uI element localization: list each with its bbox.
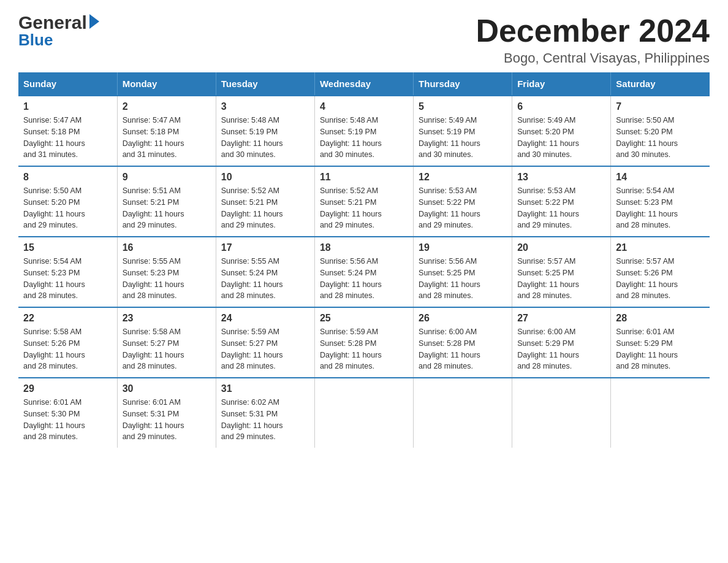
day-number: 16 <box>123 242 211 253</box>
calendar-week-row: 1Sunrise: 5:47 AMSunset: 5:18 PMDaylight… <box>18 96 710 166</box>
day-info: Sunrise: 5:52 AMSunset: 5:21 PMDaylight:… <box>221 185 309 231</box>
day-info: Sunrise: 5:57 AMSunset: 5:25 PMDaylight:… <box>517 256 605 302</box>
calendar-cell: 26Sunrise: 6:00 AMSunset: 5:28 PMDayligh… <box>414 307 512 378</box>
calendar-cell: 8Sunrise: 5:50 AMSunset: 5:20 PMDaylight… <box>18 166 117 237</box>
day-number: 7 <box>616 101 705 112</box>
day-number: 21 <box>616 242 705 253</box>
calendar-cell: 22Sunrise: 5:58 AMSunset: 5:26 PMDayligh… <box>18 307 117 378</box>
calendar-cell: 1Sunrise: 5:47 AMSunset: 5:18 PMDaylight… <box>18 96 117 166</box>
calendar-cell <box>512 378 611 448</box>
calendar-cell: 13Sunrise: 5:53 AMSunset: 5:22 PMDayligh… <box>512 166 611 237</box>
day-number: 26 <box>419 313 507 324</box>
day-number: 24 <box>221 313 309 324</box>
day-info: Sunrise: 6:01 AMSunset: 5:31 PMDaylight:… <box>123 397 211 443</box>
day-number: 28 <box>616 313 705 324</box>
day-number: 31 <box>221 383 309 394</box>
day-number: 18 <box>320 242 408 253</box>
day-info: Sunrise: 6:01 AMSunset: 5:29 PMDaylight:… <box>616 326 705 372</box>
day-number: 3 <box>221 101 309 112</box>
day-info: Sunrise: 5:57 AMSunset: 5:26 PMDaylight:… <box>616 256 705 302</box>
calendar-cell: 14Sunrise: 5:54 AMSunset: 5:23 PMDayligh… <box>611 166 710 237</box>
logo: General Blue <box>18 12 99 50</box>
day-info: Sunrise: 5:49 AMSunset: 5:19 PMDaylight:… <box>419 115 507 161</box>
day-info: Sunrise: 5:58 AMSunset: 5:27 PMDaylight:… <box>123 326 211 372</box>
calendar-cell: 3Sunrise: 5:48 AMSunset: 5:19 PMDaylight… <box>216 96 314 166</box>
day-info: Sunrise: 5:59 AMSunset: 5:28 PMDaylight:… <box>320 326 408 372</box>
day-number: 6 <box>517 101 605 112</box>
day-info: Sunrise: 5:54 AMSunset: 5:23 PMDaylight:… <box>23 256 112 302</box>
day-number: 8 <box>23 172 112 183</box>
calendar-cell: 30Sunrise: 6:01 AMSunset: 5:31 PMDayligh… <box>117 378 216 448</box>
logo-general: General <box>18 12 87 33</box>
calendar-cell <box>611 378 710 448</box>
calendar-cell: 19Sunrise: 5:56 AMSunset: 5:25 PMDayligh… <box>414 237 512 307</box>
calendar-cell: 20Sunrise: 5:57 AMSunset: 5:25 PMDayligh… <box>512 237 611 307</box>
day-info: Sunrise: 5:55 AMSunset: 5:24 PMDaylight:… <box>221 256 309 302</box>
calendar-cell: 11Sunrise: 5:52 AMSunset: 5:21 PMDayligh… <box>314 166 413 237</box>
day-info: Sunrise: 5:48 AMSunset: 5:19 PMDaylight:… <box>320 115 408 161</box>
day-number: 1 <box>23 101 112 112</box>
logo-blue: Blue <box>18 31 53 50</box>
logo-arrow-icon <box>89 14 99 29</box>
title-section: December 2024 Bogo, Central Visayas, Phi… <box>476 12 710 66</box>
calendar-cell: 31Sunrise: 6:02 AMSunset: 5:31 PMDayligh… <box>216 378 314 448</box>
day-number: 12 <box>419 172 507 183</box>
day-number: 2 <box>123 101 211 112</box>
calendar-cell: 23Sunrise: 5:58 AMSunset: 5:27 PMDayligh… <box>117 307 216 378</box>
header-thursday: Thursday <box>414 72 512 96</box>
calendar-cell: 2Sunrise: 5:47 AMSunset: 5:18 PMDaylight… <box>117 96 216 166</box>
day-info: Sunrise: 5:47 AMSunset: 5:18 PMDaylight:… <box>23 115 112 161</box>
day-info: Sunrise: 6:02 AMSunset: 5:31 PMDaylight:… <box>221 397 309 443</box>
day-info: Sunrise: 5:50 AMSunset: 5:20 PMDaylight:… <box>616 115 705 161</box>
calendar-cell: 12Sunrise: 5:53 AMSunset: 5:22 PMDayligh… <box>414 166 512 237</box>
day-number: 4 <box>320 101 408 112</box>
day-number: 13 <box>517 172 605 183</box>
day-number: 17 <box>221 242 309 253</box>
calendar-cell: 24Sunrise: 5:59 AMSunset: 5:27 PMDayligh… <box>216 307 314 378</box>
day-info: Sunrise: 5:51 AMSunset: 5:21 PMDaylight:… <box>123 185 211 231</box>
day-info: Sunrise: 5:53 AMSunset: 5:22 PMDaylight:… <box>419 185 507 231</box>
calendar-cell: 6Sunrise: 5:49 AMSunset: 5:20 PMDaylight… <box>512 96 611 166</box>
day-info: Sunrise: 5:55 AMSunset: 5:23 PMDaylight:… <box>123 256 211 302</box>
day-number: 23 <box>123 313 211 324</box>
calendar-cell: 18Sunrise: 5:56 AMSunset: 5:24 PMDayligh… <box>314 237 413 307</box>
calendar-cell: 9Sunrise: 5:51 AMSunset: 5:21 PMDaylight… <box>117 166 216 237</box>
header-tuesday: Tuesday <box>216 72 314 96</box>
day-info: Sunrise: 5:53 AMSunset: 5:22 PMDaylight:… <box>517 185 605 231</box>
day-info: Sunrise: 5:56 AMSunset: 5:24 PMDaylight:… <box>320 256 408 302</box>
day-number: 19 <box>419 242 507 253</box>
calendar-cell: 21Sunrise: 5:57 AMSunset: 5:26 PMDayligh… <box>611 237 710 307</box>
day-info: Sunrise: 5:54 AMSunset: 5:23 PMDaylight:… <box>616 185 705 231</box>
day-info: Sunrise: 5:58 AMSunset: 5:26 PMDaylight:… <box>23 326 112 372</box>
day-number: 25 <box>320 313 408 324</box>
day-number: 9 <box>123 172 211 183</box>
calendar-cell: 4Sunrise: 5:48 AMSunset: 5:19 PMDaylight… <box>314 96 413 166</box>
day-number: 27 <box>517 313 605 324</box>
day-number: 5 <box>419 101 507 112</box>
calendar-week-row: 29Sunrise: 6:01 AMSunset: 5:30 PMDayligh… <box>18 378 710 448</box>
calendar-cell <box>314 378 413 448</box>
page-title: December 2024 <box>476 12 710 49</box>
calendar-cell: 25Sunrise: 5:59 AMSunset: 5:28 PMDayligh… <box>314 307 413 378</box>
calendar-week-row: 15Sunrise: 5:54 AMSunset: 5:23 PMDayligh… <box>18 237 710 307</box>
day-info: Sunrise: 6:00 AMSunset: 5:29 PMDaylight:… <box>517 326 605 372</box>
day-info: Sunrise: 5:56 AMSunset: 5:25 PMDaylight:… <box>419 256 507 302</box>
calendar-header-row: SundayMondayTuesdayWednesdayThursdayFrid… <box>18 72 710 96</box>
day-number: 20 <box>517 242 605 253</box>
calendar-week-row: 8Sunrise: 5:50 AMSunset: 5:20 PMDaylight… <box>18 166 710 237</box>
calendar-cell: 5Sunrise: 5:49 AMSunset: 5:19 PMDaylight… <box>414 96 512 166</box>
calendar-cell: 7Sunrise: 5:50 AMSunset: 5:20 PMDaylight… <box>611 96 710 166</box>
day-info: Sunrise: 5:47 AMSunset: 5:18 PMDaylight:… <box>123 115 211 161</box>
calendar-cell: 16Sunrise: 5:55 AMSunset: 5:23 PMDayligh… <box>117 237 216 307</box>
day-info: Sunrise: 5:52 AMSunset: 5:21 PMDaylight:… <box>320 185 408 231</box>
day-number: 10 <box>221 172 309 183</box>
calendar-cell <box>414 378 512 448</box>
day-number: 15 <box>23 242 112 253</box>
header-saturday: Saturday <box>611 72 710 96</box>
calendar-cell: 27Sunrise: 6:00 AMSunset: 5:29 PMDayligh… <box>512 307 611 378</box>
day-number: 11 <box>320 172 408 183</box>
page-header: General Blue December 2024 Bogo, Central… <box>18 12 710 66</box>
calendar-cell: 15Sunrise: 5:54 AMSunset: 5:23 PMDayligh… <box>18 237 117 307</box>
day-number: 29 <box>23 383 112 394</box>
header-sunday: Sunday <box>18 72 117 96</box>
